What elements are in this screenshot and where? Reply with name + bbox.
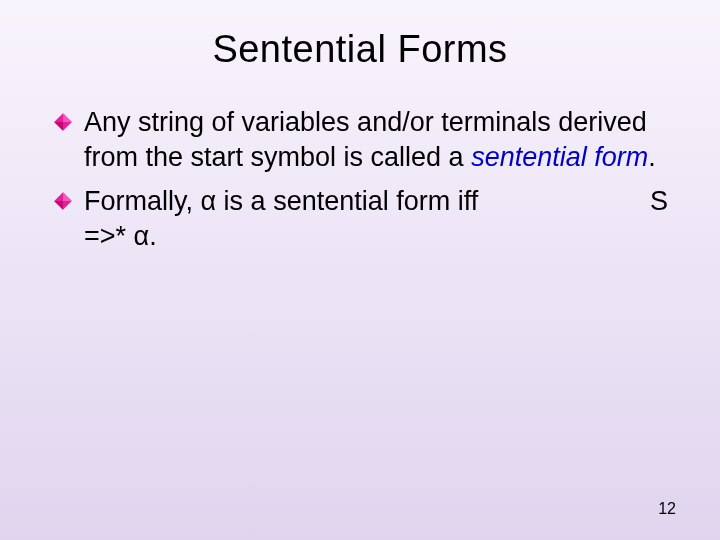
bullet-text-line2: =>* α. [84, 221, 157, 251]
svg-marker-4 [63, 192, 72, 201]
diamond-bullet-icon [52, 190, 74, 212]
svg-marker-5 [54, 201, 63, 210]
term-sentential-form: sentential form [471, 142, 648, 172]
svg-marker-1 [63, 113, 72, 122]
bullet-item: S Formally, α is a sentential form iff =… [52, 184, 668, 253]
slide: Sentential Forms Any string of variables… [0, 0, 720, 540]
diamond-bullet-icon [52, 111, 74, 133]
page-number: 12 [658, 500, 676, 518]
bullet-item: Any string of variables and/or terminals… [52, 105, 668, 174]
svg-marker-2 [54, 122, 63, 131]
slide-title: Sentential Forms [52, 28, 668, 71]
bullet-text-post: . [648, 142, 656, 172]
bullet-text-pre: Formally, α is a sentential form iff [84, 186, 478, 216]
bullet-list: Any string of variables and/or terminals… [52, 105, 668, 253]
bullet-text-trail-s: S [650, 184, 668, 219]
